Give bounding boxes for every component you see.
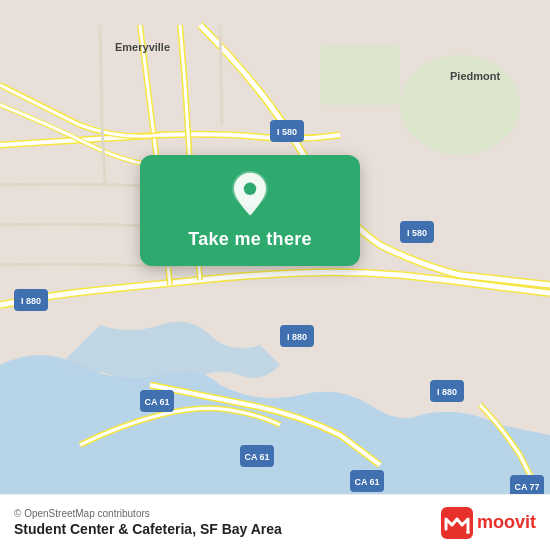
copyright-text: © OpenStreetMap contributors	[14, 508, 441, 519]
svg-text:I 880: I 880	[21, 296, 41, 306]
svg-text:CA 61: CA 61	[244, 452, 269, 462]
moovit-logo: moovit	[441, 507, 536, 539]
location-name: Student Center & Cafeteria, SF Bay Area	[14, 521, 441, 537]
map-background: I 880 I 880 I 880 I 580 I 580 CA 61 CA 6…	[0, 0, 550, 550]
svg-text:Emeryville: Emeryville	[115, 41, 170, 53]
svg-point-24	[244, 183, 256, 195]
svg-text:I 880: I 880	[287, 332, 307, 342]
svg-point-26	[466, 530, 470, 534]
svg-text:I 580: I 580	[407, 228, 427, 238]
map-container: I 880 I 880 I 880 I 580 I 580 CA 61 CA 6…	[0, 0, 550, 550]
svg-text:Piedmont: Piedmont	[450, 70, 500, 82]
svg-text:I 880: I 880	[437, 387, 457, 397]
moovit-text: moovit	[477, 512, 536, 533]
svg-text:CA 61: CA 61	[144, 397, 169, 407]
bottom-bar: © OpenStreetMap contributors Student Cen…	[0, 494, 550, 550]
svg-text:CA 61: CA 61	[354, 477, 379, 487]
moovit-icon	[441, 507, 473, 539]
take-me-there-card[interactable]: Take me there	[140, 155, 360, 266]
location-pin-icon	[226, 171, 274, 219]
svg-text:CA 77: CA 77	[514, 482, 539, 492]
location-info: © OpenStreetMap contributors Student Cen…	[14, 508, 441, 537]
take-me-there-label: Take me there	[188, 229, 312, 250]
svg-rect-2	[320, 45, 400, 105]
svg-text:I 580: I 580	[277, 127, 297, 137]
